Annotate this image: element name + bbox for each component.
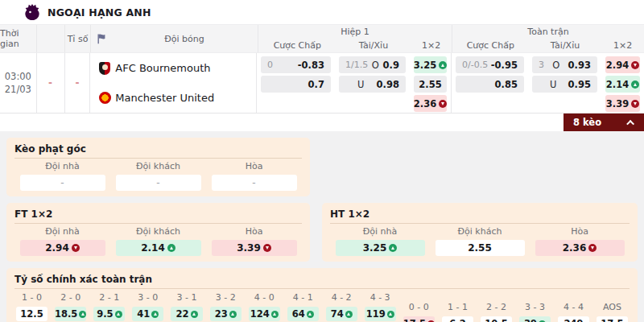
h1-handicap-row1[interactable]: 0 -0.83 [261, 56, 331, 73]
ft-handicap-row1[interactable]: 0/-0.5 -0.95 [456, 56, 524, 73]
corner-section-title: Kèo phạt góc [14, 142, 302, 159]
trend-up-icon [389, 244, 397, 252]
correct-score-odds-cell[interactable]: 64 [287, 307, 319, 321]
correct-score-column: 4 - 012459 [249, 292, 280, 322]
odds-value: 0.95 [568, 79, 591, 90]
correct-score-odds-cell[interactable]: 249 [558, 316, 589, 322]
correct-score-odds-cell[interactable]: 74 [326, 307, 357, 321]
ft-under-cell[interactable]: U 0.95 [532, 76, 597, 93]
odds-value: 17.5 [403, 318, 426, 322]
odds-value: -0.95 [491, 60, 518, 71]
score-label: 0 - 0 [403, 302, 435, 313]
correct-score-odds-cell[interactable]: 39 [519, 316, 551, 322]
chevron-up-icon [626, 119, 634, 127]
odds-value: 18.5 [55, 308, 77, 320]
trend-up-icon [151, 311, 159, 318]
ft-draw-odds-cell[interactable]: 3.39 [212, 240, 297, 256]
correct-score-column: 4 - 16437 [287, 292, 319, 322]
ht-away-header: Đội khách [458, 226, 502, 237]
odds-value: 6.2 [449, 318, 465, 322]
ft-away-odds-cell[interactable]: 2.14 [116, 240, 201, 256]
league-header: NGOẠI HẠNG ANH [0, 0, 644, 24]
odds-value: 2.14 [606, 79, 629, 90]
correct-score-odds-cell[interactable]: 12.5 [16, 307, 47, 321]
premier-league-logo-icon [24, 3, 40, 21]
header-score: Tỉ số [64, 25, 90, 52]
trend-down-icon [72, 244, 80, 252]
teams-column: AFC Bournemouth Manchester United [89, 53, 256, 113]
ft-home-odds-cell[interactable]: 2.94 [20, 240, 105, 256]
away-team-name: Manchester United [115, 92, 214, 104]
corner-draw-cell[interactable]: - [212, 175, 297, 191]
odds-value: 3.25 [363, 242, 387, 254]
ft-over-cell[interactable]: 3 O 0.93 [532, 56, 597, 73]
corner-away-cell[interactable]: - [116, 175, 201, 191]
odds-value: 3.39 [237, 242, 261, 254]
ht-home-odds-cell[interactable]: 3.25 [336, 240, 425, 256]
corner-home-header: Đội nhà [45, 161, 80, 172]
trend-down-icon [588, 244, 597, 252]
correct-score-odds-cell[interactable]: 22 [171, 307, 202, 321]
header-full: Toàn trận [452, 25, 644, 39]
odds-value: 3.25 [414, 60, 436, 71]
under-label: U [357, 79, 364, 90]
correct-score-odds-cell[interactable]: 17.5 [597, 316, 628, 322]
odds-value: 0.7 [308, 79, 324, 90]
correct-score-column: 2 - 018.512.5 [55, 292, 86, 322]
correct-score-column: 3 - 22319 [210, 292, 242, 322]
home-team-name: AFC Bournemouth [115, 62, 210, 74]
correct-score-odds-cell[interactable]: 6.2 [442, 316, 473, 322]
correct-score-odds-cell[interactable]: 23 [210, 307, 242, 321]
odds-value: 17.5 [601, 318, 623, 322]
correct-score-odds-cell[interactable]: 10.5 [481, 316, 512, 322]
odds-value: 10.5 [485, 318, 507, 322]
ft-1x2-home[interactable]: 2.94 [605, 56, 640, 73]
header-handicap-h1: Cược Chấp [258, 39, 336, 52]
h1-1x2-home[interactable]: 3.25 [414, 56, 447, 73]
correct-score-column: AOS17.5 [597, 292, 628, 322]
trend-up-icon [307, 311, 314, 318]
odds-value: 2.14 [141, 242, 165, 254]
correct-score-odds-cell[interactable]: 18.5 [55, 307, 86, 321]
home-team-row[interactable]: AFC Bournemouth [90, 53, 256, 83]
odds-value: - [60, 177, 64, 188]
ht-draw-odds-cell[interactable]: 2.36 [535, 240, 625, 256]
ft-handicap-row2[interactable]: 0.85 [456, 76, 524, 93]
score-label: AOS [597, 302, 628, 313]
over-label: O [552, 60, 559, 71]
ft-1x2-draw[interactable]: 3.39 [605, 95, 640, 112]
odds-value: 124 [250, 308, 270, 320]
under-label: U [550, 79, 556, 90]
correct-score-odds-cell[interactable]: 17.5 [403, 316, 435, 322]
header-1x2-h1: 1×2 [411, 39, 452, 52]
away-team-row[interactable]: Manchester United [90, 83, 256, 113]
score-label: 2 - 0 [55, 292, 86, 303]
correct-score-odds-cell[interactable]: 41 [132, 307, 163, 321]
bournemouth-badge-icon [94, 62, 115, 75]
keo-collapse-button[interactable]: 8 kèo [564, 114, 644, 131]
score-label: 3 - 0 [132, 292, 163, 303]
score-away: - [64, 53, 90, 113]
correct-score-odds-cell[interactable]: 124 [249, 307, 280, 321]
ou-line: 3 [539, 60, 544, 70]
odds-value: 23 [215, 308, 228, 320]
h1-1x2-away[interactable]: 2.55 [414, 76, 447, 93]
league-title: NGOẠI HẠNG ANH [47, 6, 151, 19]
header-overunder-h1: Tài/Xỉu [336, 39, 411, 52]
corner-flag-icon [91, 33, 111, 44]
ft-1x2-away[interactable]: 2.14 [605, 76, 640, 93]
trend-up-icon [271, 311, 279, 318]
ht-away-odds-cell[interactable]: 2.55 [436, 240, 525, 256]
h1-handicap-row2[interactable]: 0.7 [261, 76, 331, 93]
corner-home-cell[interactable]: - [20, 175, 105, 191]
odds-value: - [252, 177, 255, 188]
correct-score-odds-cell[interactable]: 119 [365, 307, 396, 321]
corner-draw-header: Hòa [246, 161, 263, 172]
header-half1: Hiệp 1 [258, 25, 452, 39]
score-label: 4 - 3 [365, 292, 396, 303]
h1-under-cell[interactable]: U 0.98 [339, 76, 406, 93]
h1-over-cell[interactable]: 1/1.5 O 0.9 [339, 56, 406, 73]
correct-score-odds-cell[interactable]: 9.5 [93, 307, 125, 321]
odds-group-full: 0/-0.5 -0.95 0.85 3 O 0.93 [451, 53, 644, 113]
h1-1x2-draw[interactable]: 2.36 [414, 95, 447, 112]
